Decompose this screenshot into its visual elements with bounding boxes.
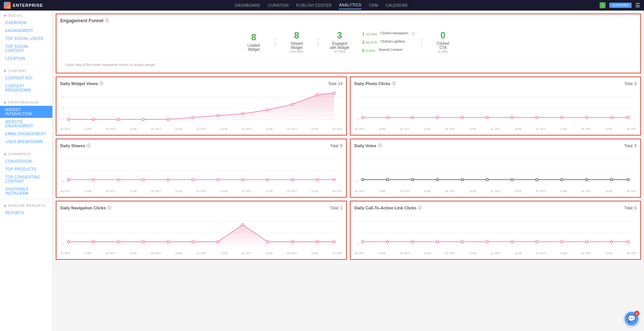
sidebar-item-website-engagement[interactable]: WEBSITE ENGAGEMENT [0, 118, 52, 130]
funnel-dot [275, 44, 276, 46]
chart-header-3: Daily Shares ⓘ Total: 0 [60, 143, 342, 148]
sidebar-item-widget-interaction[interactable]: WIDGET INTERACTION [0, 106, 52, 118]
svg-text:0: 0 [357, 117, 359, 121]
x-label: 12:00 [85, 128, 92, 130]
svg-point-59 [461, 178, 464, 181]
svg-point-43 [167, 178, 169, 181]
x-label: 12:00 [470, 128, 476, 130]
funnel-dot [317, 39, 319, 40]
chart-daily-shares: Daily Shares ⓘ Total: 0 0 [56, 139, 347, 198]
sidebar-item-shoppable-instagram[interactable]: SHOPPABLE INSTAGRAM [0, 185, 52, 197]
support-button[interactable]: SUPPORT [609, 3, 632, 8]
funnel-cta-number: 0 [428, 31, 458, 40]
sidebar-item-conversion[interactable]: CONVERSION [0, 157, 52, 165]
svg-point-48 [291, 178, 294, 181]
x-label: 24. OCT [627, 252, 636, 255]
x-label: 12:00 [379, 252, 386, 255]
chat-bubble[interactable]: 💬 8 [625, 312, 638, 325]
x-label: 12:00 [266, 128, 273, 130]
chart-total-5: Total: 1 [330, 206, 342, 210]
engagement-funnel-card: Engagement Funnel ⓘ 8 LoadedWidget 8 [56, 14, 641, 73]
charts-grid: Daily Widget Views ⓘ Total: 14 [53, 76, 644, 263]
svg-point-81 [241, 224, 244, 226]
nav-analytics[interactable]: ANALYTICS [339, 2, 361, 9]
x-label: 12:00 [470, 190, 476, 192]
sidebar-item-top-social-content[interactable]: TOP SOCIAL CONTENT [0, 43, 52, 55]
nav-publish-center[interactable]: PUBLISH CENTER [296, 2, 332, 9]
funnel-dot [421, 44, 422, 46]
sidebar-item-user-breakdown[interactable]: USER BREAKDOWN [0, 138, 52, 146]
svg-point-101 [627, 241, 630, 243]
svg-point-45 [217, 178, 219, 181]
brand-logo-icon [4, 2, 11, 9]
svg-point-14 [241, 113, 244, 115]
funnel-dot [275, 39, 276, 40]
funnel-step-engaged: 3 Engagedwith Widget 37.50% [325, 31, 355, 53]
funnel-engaged-label: Engagedwith Widget [325, 41, 355, 50]
nav-calendar[interactable]: CALENDAR [386, 2, 407, 9]
chart-header-1: Daily Widget Views ⓘ Total: 14 [60, 81, 342, 86]
funnel-info-icon[interactable]: ⓘ [105, 18, 109, 23]
performance-section-dot-icon: ◈ [4, 101, 7, 104]
sidebar-item-overview[interactable]: OVERVIEW [0, 19, 52, 27]
brand-area: ENTERPRISE [4, 2, 43, 9]
funnel-dot [275, 41, 276, 43]
sidebar-item-top-products[interactable]: TOP PRODUCTS [0, 165, 52, 173]
notification-badge[interactable]: 3 [600, 2, 606, 8]
top-nav-right: 3 SUPPORT ☰ [600, 2, 640, 8]
funnel-loaded-label: LoadedWidget [239, 43, 269, 52]
chart-info-icon-3[interactable]: ⓘ [87, 143, 90, 148]
hamburger-icon[interactable]: ☰ [635, 2, 640, 8]
svg-point-77 [142, 241, 145, 243]
chart-info-icon-1[interactable]: ⓘ [99, 81, 103, 86]
chart-area-1: 8 4 2 [60, 89, 342, 127]
x-label: 20. OCT [445, 252, 455, 255]
svg-point-92 [411, 241, 414, 243]
funnel-dot [421, 39, 422, 40]
sidebar-item-top-social-users[interactable]: TOP SOCIAL USERS [0, 35, 52, 43]
svg-point-85 [333, 241, 336, 243]
x-label: 24. OCT [627, 128, 636, 130]
svg-point-13 [217, 114, 219, 117]
x-label: 12:00 [130, 252, 137, 255]
sidebar-section-content: ◈ CONTENT [0, 66, 52, 74]
nav-dashboard[interactable]: DASHBOARD [235, 2, 260, 9]
x-label: 12:00 [221, 128, 227, 130]
chart-total-1: Total: 14 [328, 82, 342, 86]
x-axis-1: 18. OCT 12:00 19. OCT 12:00 20. OCT 12:0… [60, 127, 342, 131]
x-label: 24. OCT [627, 190, 636, 192]
sidebar-section-manage-reports: ◈ MANAGE REPORTS [0, 201, 52, 209]
nav-curation[interactable]: CURATION [268, 2, 288, 9]
svg-point-49 [316, 178, 319, 181]
sidebar-item-engagement[interactable]: ENGAGEMENT [0, 27, 52, 35]
x-label: 12:00 [606, 128, 612, 130]
chart-title-2: Daily Photo Clicks ⓘ [354, 81, 396, 86]
x-label: 12:00 [311, 252, 318, 255]
x-label: 23. OCT [581, 190, 591, 192]
chart-info-icon-2[interactable]: ⓘ [392, 81, 396, 86]
sidebar-item-email-engagement[interactable]: EMAIL ENGAGEMENT [0, 130, 52, 138]
sidebar-item-location[interactable]: LOCATION [0, 55, 52, 63]
svg-text:0: 0 [63, 179, 64, 183]
nav-crm[interactable]: CRM [369, 2, 378, 9]
svg-point-50 [333, 178, 336, 181]
funnel-content: 8 LoadedWidget 8 ViewedWidget 100.00% [60, 23, 636, 57]
svg-point-10 [142, 118, 145, 121]
chart-title-6: Daily Call-To-Action Link Clicks ⓘ [354, 205, 422, 210]
x-label: 23. OCT [287, 252, 297, 255]
sidebar-item-content-roi[interactable]: CONTENT ROI [0, 74, 52, 82]
svg-point-78 [167, 241, 169, 243]
chart-info-icon-4[interactable]: ⓘ [378, 143, 382, 148]
brand-name: ENTERPRISE [13, 3, 43, 8]
sidebar-item-content-breakdown[interactable]: CONTENT BREAKDOWN [0, 82, 52, 94]
svg-point-27 [461, 116, 464, 119]
x-label: 20. OCT [445, 190, 455, 192]
x-label: 22. OCT [242, 252, 252, 255]
chart-title-3: Daily Shares ⓘ [60, 143, 90, 148]
chart-info-icon-6[interactable]: ⓘ [418, 205, 422, 210]
svg-point-34 [627, 116, 630, 119]
sidebar-item-top-converting-content[interactable]: TOP CONVERTING CONTENT [0, 173, 52, 185]
sidebar-item-reports[interactable]: REPORTS [0, 209, 52, 217]
chart-info-icon-5[interactable]: ⓘ [107, 205, 111, 210]
funnel-nav-info-icon[interactable]: ⓘ [411, 31, 415, 37]
